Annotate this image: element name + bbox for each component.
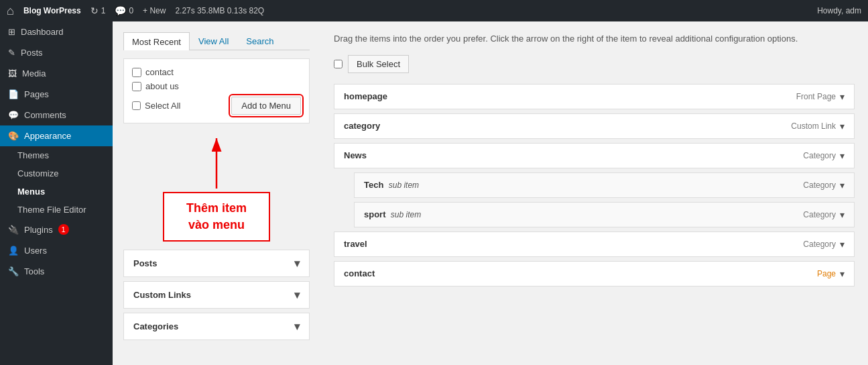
sidebar-item-pages[interactable]: 📄 Pages (0, 84, 113, 105)
custom-links-chevron-icon: ▾ (294, 289, 300, 301)
main-layout: ⊞ Dashboard ✎ Posts 🖼 Media 📄 Pages 💬 Co… (0, 21, 868, 365)
bulk-select-button[interactable]: Bulk Select (348, 55, 409, 73)
updates-count: 1 (101, 6, 106, 15)
tab-most-recent[interactable]: Most Recent (123, 32, 190, 50)
accordion-custom-links: Custom Links ▾ (123, 281, 310, 309)
menu-item-travel-type: Category (803, 240, 836, 249)
menu-item-sport-label: sport (364, 209, 386, 219)
site-name[interactable]: Blog WorPress (23, 6, 81, 15)
annotation-box: Thêm item vào menu (163, 192, 270, 242)
sidebar-sub-item-theme-file-editor[interactable]: Theme File Editor (0, 201, 113, 219)
bulk-select-row: Bulk Select (334, 55, 855, 73)
dashboard-icon: ⊞ (8, 27, 15, 37)
sidebar-sub-item-menus[interactable]: Menus (0, 182, 113, 201)
sidebar-item-tools[interactable]: 🔧 Tools (0, 261, 113, 282)
content-area: Most Recent View All Search contact abou… (113, 21, 868, 365)
updates-item[interactable]: ↻ 1 (90, 5, 106, 16)
menu-item-category-label: category (344, 121, 380, 131)
travel-chevron-icon[interactable]: ▾ (840, 239, 845, 250)
page-contact-checkbox[interactable] (132, 68, 141, 77)
admin-bar: ⌂ Blog WorPress ↻ 1 💬 0 + New 2.27s 35.8… (0, 0, 868, 21)
page-about-row: about us (132, 81, 301, 91)
menu-item-news: News Category ▾ (334, 143, 855, 168)
page-contact-label: contact (145, 67, 174, 77)
select-all-row: Select All (132, 101, 180, 111)
select-all-checkbox[interactable] (132, 101, 141, 110)
accordion-custom-links-header[interactable]: Custom Links ▾ (124, 282, 309, 308)
sidebar-label-pages: Pages (24, 89, 49, 99)
sidebar-label-posts: Posts (21, 48, 43, 58)
add-to-menu-button[interactable]: Add to Menu (231, 97, 301, 115)
new-label: + New (143, 6, 166, 15)
howdy-text: Howdy, adm (817, 6, 861, 15)
menu-item-sport-right: Category ▾ (803, 209, 845, 220)
sidebar-item-media[interactable]: 🖼 Media (0, 63, 113, 84)
accordion-categories-label: Categories (133, 321, 178, 331)
menu-item-homepage-type: Front Page (796, 92, 836, 101)
sidebar-sub-item-themes[interactable]: Themes (0, 146, 113, 164)
page-contact-row: contact (132, 67, 301, 77)
category-chevron-icon[interactable]: ▾ (840, 121, 845, 132)
posts-icon: ✎ (8, 48, 15, 58)
homepage-chevron-icon[interactable]: ▾ (840, 91, 845, 102)
sport-sub-label: sub item (389, 210, 422, 219)
menu-item-contact-left: contact (344, 268, 375, 278)
menu-item-tech-right: Category ▾ (803, 180, 845, 191)
page-about-checkbox[interactable] (132, 82, 141, 91)
accordion-categories-header[interactable]: Categories ▾ (124, 313, 309, 340)
menu-item-homepage: homepage Front Page ▾ (334, 84, 855, 109)
menu-item-contact-type: Page (817, 269, 836, 278)
contact-chevron-icon[interactable]: ▾ (840, 268, 845, 279)
menu-item-tech: Tech sub item Category ▾ (354, 172, 855, 198)
news-chevron-icon[interactable]: ▾ (840, 150, 845, 161)
menu-items-list: homepage Front Page ▾ category Custom Li… (334, 84, 855, 286)
menu-item-contact-label: contact (344, 268, 375, 278)
annotation-line2: vào menu (188, 218, 245, 231)
plugins-icon: 🔌 (8, 225, 19, 235)
sidebar-label-tools: Tools (24, 266, 44, 276)
new-item[interactable]: + New (143, 6, 166, 15)
annotation-line1: Thêm item (186, 201, 247, 215)
menu-item-news-type: Category (803, 151, 836, 160)
comments-item[interactable]: 💬 0 (115, 5, 133, 16)
sidebar-item-plugins[interactable]: 🔌 Plugins 1 (0, 219, 113, 240)
sidebar-item-users[interactable]: 👤 Users (0, 240, 113, 261)
comments-count: 0 (129, 6, 133, 15)
appearance-icon: 🎨 (8, 131, 19, 141)
page-about-label: about us (145, 81, 179, 91)
sidebar-item-posts[interactable]: ✎ Posts (0, 42, 113, 63)
bulk-select-checkbox[interactable] (334, 60, 343, 68)
pages-icon: 📄 (8, 89, 19, 99)
menu-item-travel: travel Category ▾ (334, 231, 855, 257)
comment-icon: 💬 (115, 5, 126, 16)
accordion-posts-label: Posts (133, 258, 157, 268)
menu-item-category-left: category (344, 121, 380, 131)
menu-item-sport-type: Category (803, 210, 836, 219)
plugins-badge: 1 (58, 224, 69, 235)
menu-item-homepage-left: homepage (344, 91, 387, 101)
menu-item-category-type: Custom Link (791, 121, 836, 131)
sidebar-label-dashboard: Dashboard (21, 27, 64, 37)
menu-item-travel-left: travel (344, 239, 367, 249)
tech-chevron-icon[interactable]: ▾ (840, 180, 845, 191)
sport-chevron-icon[interactable]: ▾ (840, 209, 845, 220)
pages-box: contact about us Select All Add to Menu (123, 58, 310, 123)
posts-chevron-icon: ▾ (294, 257, 300, 270)
sidebar-sub-item-customize[interactable]: Customize (0, 164, 113, 182)
sidebar-item-dashboard[interactable]: ⊞ Dashboard (0, 21, 113, 42)
sidebar-item-comments[interactable]: 💬 Comments (0, 105, 113, 125)
menu-item-sport: sport sub item Category ▾ (354, 202, 855, 227)
accordion-posts-header[interactable]: Posts ▾ (124, 250, 309, 276)
instruction-text: Drag the items into the order you prefer… (334, 32, 803, 46)
sidebar-item-appearance[interactable]: 🎨 Appearance (0, 125, 113, 146)
menu-item-news-label: News (344, 150, 367, 160)
menu-item-news-right: Category ▾ (803, 150, 845, 161)
tab-view-all[interactable]: View All (190, 32, 237, 50)
annotation-area (123, 132, 310, 192)
menu-item-category-right: Custom Link ▾ (791, 121, 845, 132)
tools-icon: 🔧 (8, 266, 19, 276)
users-icon: 👤 (8, 246, 19, 256)
menu-item-contact-right: Page ▾ (817, 268, 845, 279)
tab-search[interactable]: Search (237, 32, 282, 50)
menu-item-tech-type: Category (803, 180, 836, 190)
